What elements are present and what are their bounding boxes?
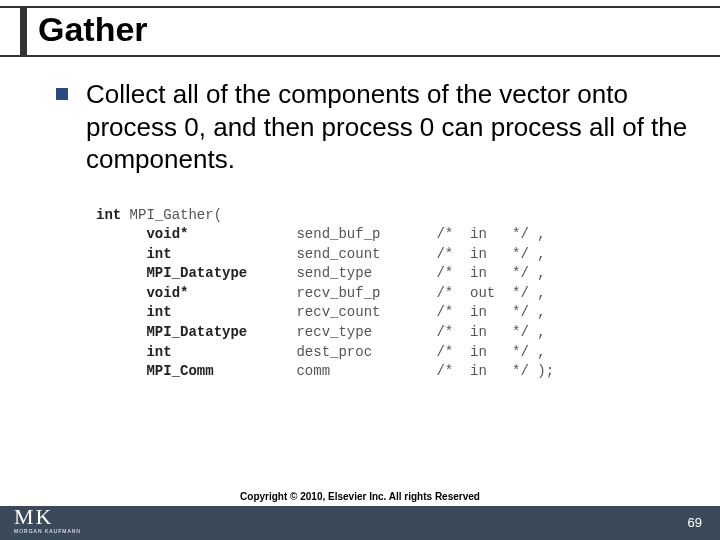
code-signature: int MPI_Gather( <box>96 206 692 226</box>
param-name: comm <box>296 362 436 382</box>
param-type: int <box>146 303 296 323</box>
code-param-row: intdest_proc/* in */ , <box>96 343 692 363</box>
logo-sub: MORGAN KAUFMANN <box>14 528 81 534</box>
param-type: MPI_Datatype <box>146 323 296 343</box>
publisher-logo: MK MORGAN KAUFMANN <box>14 504 81 534</box>
logo-main: MK <box>14 504 81 530</box>
param-comment: /* in */ , <box>436 303 545 323</box>
title-area: Gather <box>0 8 720 57</box>
param-type: int <box>146 343 296 363</box>
param-comment: /* in */ , <box>436 323 545 343</box>
copyright-text: Copyright © 2010, Elsevier Inc. All righ… <box>0 491 720 502</box>
code-param-row: void*send_buf_p/* in */ , <box>96 225 692 245</box>
code-block: int MPI_Gather( void*send_buf_p/* in */ … <box>96 206 692 382</box>
param-comment: /* in */ , <box>436 343 545 363</box>
param-name: recv_buf_p <box>296 284 436 304</box>
slide-title: Gather <box>38 8 720 49</box>
param-comment: /* in */ , <box>436 225 545 245</box>
code-param-row: MPI_Datatypesend_type/* in */ , <box>96 264 692 284</box>
param-name: send_type <box>296 264 436 284</box>
param-name: dest_proc <box>296 343 436 363</box>
footer-bar: MK MORGAN KAUFMANN 69 <box>0 506 720 540</box>
param-type: MPI_Datatype <box>146 264 296 284</box>
code-param-row: intrecv_count/* in */ , <box>96 303 692 323</box>
slide-body: Collect all of the components of the vec… <box>56 78 692 382</box>
param-type: void* <box>146 225 296 245</box>
bullet-text: Collect all of the components of the vec… <box>86 78 692 176</box>
code-param-row: MPI_Datatyperecv_type/* in */ , <box>96 323 692 343</box>
bullet-item: Collect all of the components of the vec… <box>56 78 692 176</box>
param-comment: /* out */ , <box>436 284 545 304</box>
param-name: send_count <box>296 245 436 265</box>
param-name: send_buf_p <box>296 225 436 245</box>
code-func-name: MPI_Gather( <box>121 206 222 226</box>
param-comment: /* in */ , <box>436 264 545 284</box>
title-vertical-bar <box>20 8 27 55</box>
param-name: recv_type <box>296 323 436 343</box>
param-type: void* <box>146 284 296 304</box>
code-param-row: MPI_Commcomm/* in */ ); <box>96 362 692 382</box>
param-type: MPI_Comm <box>146 362 296 382</box>
code-param-row: void*recv_buf_p/* out */ , <box>96 284 692 304</box>
param-type: int <box>146 245 296 265</box>
page-number: 69 <box>688 515 702 530</box>
code-param-row: intsend_count/* in */ , <box>96 245 692 265</box>
code-keyword: int <box>96 206 121 226</box>
param-comment: /* in */ ); <box>436 362 554 382</box>
param-name: recv_count <box>296 303 436 323</box>
param-comment: /* in */ , <box>436 245 545 265</box>
square-bullet-icon <box>56 88 68 100</box>
